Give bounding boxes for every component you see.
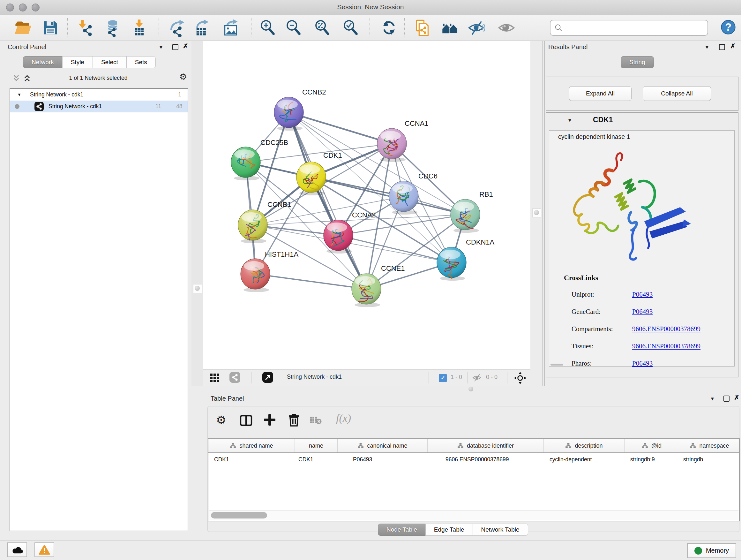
network-collection-row[interactable]: ▼ String Network - cdk1 1: [10, 89, 188, 101]
table-cell[interactable]: P06493: [337, 453, 427, 466]
export-table-button[interactable]: [193, 19, 211, 37]
control-panel-close-button[interactable]: ✗: [183, 44, 188, 49]
memory-button[interactable]: Memory: [687, 543, 736, 558]
crosslink-value-link[interactable]: P06493: [632, 308, 653, 315]
column-header-namespace[interactable]: namespace: [679, 439, 740, 452]
grid-view-button[interactable]: [210, 373, 219, 384]
network-type-button[interactable]: [229, 372, 240, 383]
network-node-CCNB2[interactable]: CCNB2: [274, 88, 326, 131]
zoom-fit-button[interactable]: [313, 19, 331, 37]
right-splitter-handle[interactable]: [532, 208, 541, 217]
network-node-CDC6[interactable]: CDC6: [389, 172, 437, 214]
search-input[interactable]: [564, 22, 703, 33]
table-row[interactable]: CDK1CDK1P064939606.ENSP00000378699cyclin…: [208, 453, 739, 466]
import-network-button[interactable]: [77, 19, 95, 37]
tab-edge-table[interactable]: Edge Table: [425, 523, 473, 536]
collection-expand-triangle-icon[interactable]: ▼: [17, 89, 21, 101]
tab-string[interactable]: String: [621, 56, 654, 68]
column-header-description[interactable]: description: [544, 439, 624, 452]
create-column-button[interactable]: [263, 413, 277, 428]
hide-unhide-button[interactable]: [467, 19, 485, 37]
tab-network[interactable]: Network: [23, 56, 63, 68]
table-options-gear-icon[interactable]: ⚙: [216, 414, 226, 427]
toolbar-search-field[interactable]: [550, 20, 708, 36]
table-panel-maximize-button[interactable]: [724, 395, 730, 401]
zoom-out-button[interactable]: [285, 19, 302, 37]
right-splitter[interactable]: [530, 41, 543, 386]
horizontal-splitter-handle[interactable]: [468, 387, 473, 391]
help-button[interactable]: ?: [719, 17, 737, 36]
column-header-canonical-name[interactable]: canonical name: [338, 439, 428, 452]
export-network-button[interactable]: [169, 19, 186, 37]
save-session-button[interactable]: [42, 19, 59, 37]
table-cell[interactable]: CDK1: [208, 453, 294, 466]
network-node-CCNB1[interactable]: CCNB1: [238, 200, 291, 243]
collapse-all-networks-button[interactable]: [12, 73, 20, 84]
table-hscrollbar[interactable]: [209, 510, 738, 520]
network-node-RB1[interactable]: RB1: [451, 190, 493, 233]
horizontal-splitter[interactable]: [192, 386, 741, 392]
table-cell[interactable]: cyclin-dependent ...: [542, 453, 623, 466]
import-table-button[interactable]: [130, 19, 148, 37]
column-header-shared-name[interactable]: shared name: [208, 439, 295, 452]
delete-table-button-disabled[interactable]: [309, 415, 322, 426]
network-row[interactable]: String Network - cdk1 11 48: [10, 101, 188, 112]
expand-all-networks-button[interactable]: [23, 73, 31, 84]
table-hscrollbar-thumb[interactable]: [211, 512, 267, 518]
network-view-canvas[interactable]: CCNB2CCNA1CDC25BCDK1CDC6RB1CCNB1CCNA2CDK…: [203, 41, 531, 369]
warnings-button[interactable]: [35, 543, 54, 557]
show-graphics-button[interactable]: [497, 19, 515, 37]
left-splitter-handle[interactable]: [193, 284, 202, 293]
left-splitter[interactable]: [192, 41, 203, 386]
network-edge[interactable]: [311, 177, 465, 214]
zoom-selected-button[interactable]: [342, 19, 360, 37]
show-columns-button[interactable]: [239, 414, 253, 429]
collapse-all-button[interactable]: Collapse All: [643, 86, 711, 101]
results-panel-close-button[interactable]: ✗: [730, 44, 736, 49]
import-network-from-database-button[interactable]: [104, 19, 121, 37]
column-header-database-identifier[interactable]: database identifier: [428, 439, 544, 452]
tab-node-table[interactable]: Node Table: [378, 523, 426, 536]
cloud-status-button[interactable]: [7, 543, 27, 557]
delete-column-button[interactable]: [287, 413, 301, 428]
control-panel-float-button[interactable]: ▼: [158, 45, 163, 50]
crosslink-value-link[interactable]: P06493: [632, 291, 653, 298]
open-session-button[interactable]: [14, 19, 31, 37]
results-panel-float-button[interactable]: ▼: [704, 45, 710, 50]
network-node-CDKN1A[interactable]: CDKN1A: [437, 238, 495, 281]
export-image-button[interactable]: [222, 19, 240, 37]
table-cell[interactable]: 9606.ENSP00000378699: [427, 453, 542, 466]
network-node-CDK1[interactable]: CDK1: [296, 151, 342, 195]
birds-eye-view-button[interactable]: [514, 371, 527, 386]
table-cell[interactable]: stringdb:9...: [623, 453, 677, 466]
selected-checkbox-icon[interactable]: ✓: [439, 374, 447, 382]
home-string-button[interactable]: [441, 19, 459, 37]
expand-all-button[interactable]: Expand All: [569, 86, 631, 101]
refresh-view-button[interactable]: [380, 19, 398, 37]
network-node-CCNA1[interactable]: CCNA1: [377, 119, 428, 162]
column-header--id[interactable]: @id: [624, 439, 679, 452]
gene-collapse-triangle-icon[interactable]: ▼: [567, 118, 572, 123]
control-panel-maximize-button[interactable]: [172, 44, 179, 50]
network-node-CDC25B[interactable]: CDC25B: [231, 138, 288, 180]
network-node-HIST1H1A[interactable]: HIST1H1A: [241, 250, 298, 292]
table-cell[interactable]: stringdb: [677, 453, 738, 466]
network-node-CCNE1[interactable]: CCNE1: [352, 264, 405, 307]
tab-sets[interactable]: Sets: [126, 56, 156, 68]
network-options-gear-icon[interactable]: ⚙: [179, 72, 187, 82]
tab-network-table[interactable]: Network Table: [473, 523, 528, 536]
table-panel-close-button[interactable]: ✗: [734, 395, 739, 400]
crosslink-value-link[interactable]: P06493: [632, 360, 653, 367]
function-builder-button-disabled[interactable]: f(x): [336, 412, 351, 424]
table-panel-float-button[interactable]: ▼: [710, 396, 715, 401]
tab-select[interactable]: Select: [92, 56, 127, 68]
clone-network-button[interactable]: [413, 19, 431, 37]
network-edge[interactable]: [289, 112, 366, 289]
open-in-browser-button[interactable]: [262, 372, 273, 383]
results-hscrollbar-thumb[interactable]: [550, 364, 563, 366]
crosslink-value-link[interactable]: 9606.ENSP00000378699: [632, 325, 700, 333]
string-network-graph[interactable]: CCNB2CCNA1CDC25BCDK1CDC6RB1CCNB1CCNA2CDK…: [203, 41, 530, 369]
network-edge[interactable]: [255, 274, 366, 289]
column-header-name[interactable]: name: [295, 439, 338, 452]
results-panel-maximize-button[interactable]: [719, 44, 725, 50]
